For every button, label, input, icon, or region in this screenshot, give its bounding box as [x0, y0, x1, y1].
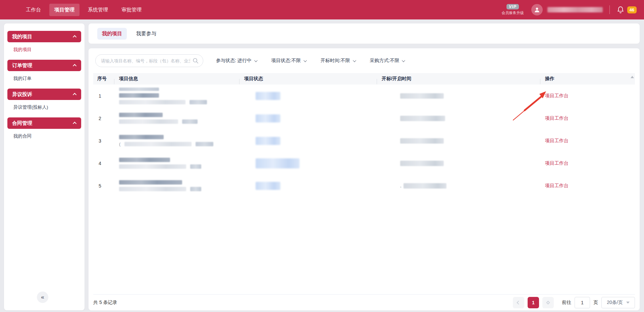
table-row: 3(项目工作台 — [93, 129, 635, 152]
column-header-项目状态: 项目状态 — [239, 76, 377, 82]
sidebar-group-异议投诉[interactable]: 异议投诉 — [7, 89, 81, 100]
table-row: 1项目工作台 — [93, 85, 635, 107]
table-row: 5,项目工作台 — [93, 174, 635, 197]
status-badge-redacted — [256, 137, 280, 145]
main-nav: 工作台项目管理系统管理审批管理 — [21, 4, 147, 16]
redacted-text — [119, 119, 178, 124]
time-redacted — [400, 161, 540, 166]
redacted-title — [119, 180, 182, 185]
column-header-操作: 操作 — [540, 76, 635, 82]
chevron-left-icon — [517, 301, 520, 304]
search-input[interactable] — [95, 54, 203, 67]
redacted-text — [400, 116, 445, 121]
goto-label: 前往 — [562, 300, 571, 306]
notification-count-badge[interactable]: 46 — [627, 6, 637, 13]
page-size-select[interactable]: 20条/页 — [601, 297, 635, 308]
prev-page-button[interactable] — [513, 297, 524, 308]
action-cell: 项目工作台 — [540, 115, 635, 121]
project-workbench-link[interactable]: 项目工作台 — [545, 115, 635, 121]
nav-item-工作台[interactable]: 工作台 — [21, 4, 46, 16]
column-header-序号: 序号 — [93, 76, 114, 82]
redacted-text — [119, 100, 185, 104]
redacted-title — [119, 113, 163, 117]
filter-开标时间:不限[interactable]: 开标时间:不限 — [321, 58, 355, 64]
redacted-text — [119, 187, 186, 191]
redacted-subtitle — [119, 187, 239, 191]
sidebar: 我的项目我的项目订单管理我的订单异议投诉异议管理(投标人)合同管理我的合同 « — [4, 23, 85, 310]
sidebar-item-我的项目[interactable]: 我的项目 — [4, 42, 85, 57]
action-cell: 项目工作台 — [540, 160, 635, 166]
project-info-redacted — [119, 113, 239, 124]
time-redacted — [400, 93, 540, 99]
sidebar-group-订单管理[interactable]: 订单管理 — [7, 60, 81, 71]
notification-bell-icon[interactable] — [616, 6, 625, 14]
project-workbench-link[interactable]: 项目工作台 — [545, 160, 635, 166]
open-time-cell — [377, 161, 540, 166]
sidebar-item-我的订单[interactable]: 我的订单 — [4, 71, 85, 86]
filter-参与状态: 进行中[interactable]: 参与状态: 进行中 — [216, 58, 257, 64]
page-number-button[interactable]: 1 — [528, 297, 539, 308]
time-redacted — [400, 138, 540, 144]
table-header: 序号项目信息项目状态开标/开启时间操作 — [93, 73, 635, 85]
column-header-开标/开启时间: 开标/开启时间 — [377, 76, 540, 82]
project-workbench-link[interactable]: 项目工作台 — [545, 183, 635, 189]
vip-icon: VIP — [506, 4, 519, 9]
sidebar-collapse-button[interactable]: « — [37, 292, 48, 303]
redacted-subtitle — [119, 119, 239, 124]
project-workbench-link[interactable]: 项目工作台 — [545, 138, 635, 144]
row-index: 4 — [93, 161, 114, 166]
sidebar-group-合同管理[interactable]: 合同管理 — [7, 117, 81, 129]
row-index: 5 — [93, 183, 114, 189]
chevron-right-icon — [546, 301, 550, 304]
chevron-down-icon — [304, 59, 307, 62]
text-fragment: , — [400, 183, 401, 188]
sidebar-group-我的项目[interactable]: 我的项目 — [7, 31, 81, 42]
user-avatar[interactable] — [531, 4, 543, 15]
filter-项目状态:不限[interactable]: 项目状态:不限 — [271, 58, 306, 64]
page-unit-label: 页 — [593, 300, 598, 306]
redacted-text — [124, 142, 192, 146]
vip-caption: 会员服务升级 — [502, 10, 524, 15]
redacted-text — [400, 93, 444, 99]
project-status-cell — [239, 182, 377, 190]
filter-采购方式:不限[interactable]: 采购方式:不限 — [370, 58, 405, 64]
chevron-up-icon — [73, 122, 76, 125]
pagination-bar: 共 5 条记录 1 前往 页 20条/页 — [93, 294, 635, 310]
search-icon[interactable] — [193, 58, 199, 64]
project-info-cell — [114, 158, 239, 169]
goto-page-input[interactable] — [575, 297, 590, 308]
sidebar-item-我的合同[interactable]: 我的合同 — [4, 129, 85, 144]
tab-bar: 我的项目我要参与 — [89, 23, 640, 44]
tab-我的项目[interactable]: 我的项目 — [97, 28, 127, 40]
redacted-subtitle — [119, 164, 239, 169]
navbar-right: VIP 会员服务升级 46 — [502, 4, 644, 15]
open-time-cell — [377, 138, 540, 144]
scrollbar-up-arrow[interactable] — [631, 76, 634, 78]
nav-item-项目管理[interactable]: 项目管理 — [49, 4, 79, 16]
project-info-cell — [114, 88, 239, 104]
nav-item-审批管理[interactable]: 审批管理 — [116, 4, 147, 16]
redacted-text — [182, 119, 198, 124]
project-workbench-link[interactable]: 项目工作台 — [545, 93, 635, 99]
project-info-redacted — [119, 88, 239, 104]
tab-我要参与[interactable]: 我要参与 — [131, 28, 161, 40]
status-badge-redacted — [256, 182, 280, 190]
row-index: 1 — [93, 93, 114, 99]
next-page-button[interactable] — [542, 297, 554, 308]
sidebar-item-异议管理(投标人)[interactable]: 异议管理(投标人) — [4, 100, 85, 115]
project-info-redacted: ( — [119, 135, 239, 147]
chevron-down-icon — [402, 59, 405, 62]
redacted-text — [190, 100, 207, 104]
vip-upgrade[interactable]: VIP 会员服务升级 — [502, 4, 524, 15]
nav-item-系统管理[interactable]: 系统管理 — [83, 4, 113, 16]
table-row: 2项目工作台 — [93, 107, 635, 129]
redacted-text — [400, 138, 444, 144]
redacted-text — [190, 187, 201, 191]
chevron-up-icon — [73, 64, 76, 68]
projects-table: 序号项目信息项目状态开标/开启时间操作 1项目工作台2项目工作台3(项目工作台4… — [93, 73, 635, 294]
project-info-cell — [114, 113, 239, 124]
redacted-subtitle: ( — [119, 142, 239, 147]
chevron-down-icon — [353, 59, 356, 62]
open-time-cell: , — [377, 183, 540, 189]
project-status-cell — [239, 114, 377, 122]
